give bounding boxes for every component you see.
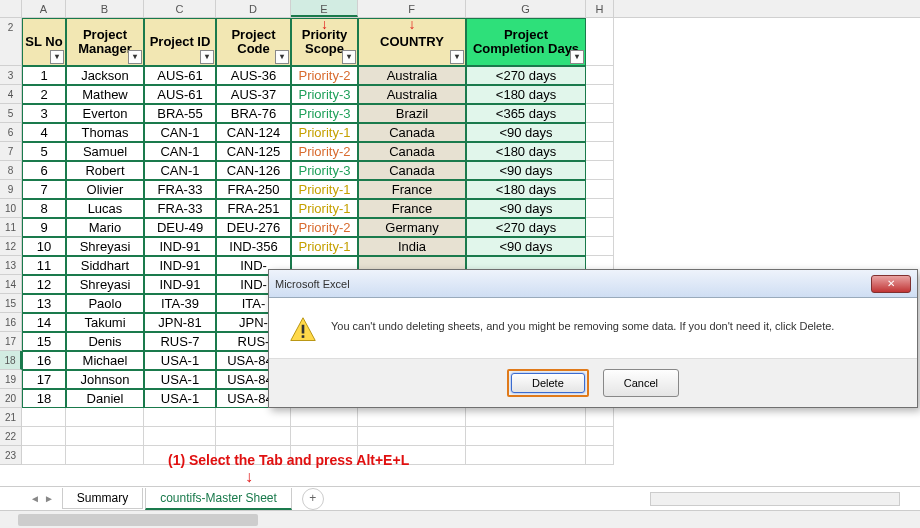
- cell[interactable]: CAN-126: [216, 161, 291, 180]
- cell[interactable]: FRA-251: [216, 199, 291, 218]
- cell[interactable]: <180 days: [466, 142, 586, 161]
- cell[interactable]: [586, 446, 614, 465]
- cell[interactable]: Canada: [358, 123, 466, 142]
- cell[interactable]: AUS-61: [144, 85, 216, 104]
- cell[interactable]: <90 days: [466, 161, 586, 180]
- cell[interactable]: 2: [22, 85, 66, 104]
- cell[interactable]: RUS-7: [144, 332, 216, 351]
- cell[interactable]: CAN-124: [216, 123, 291, 142]
- cell[interactable]: <90 days: [466, 237, 586, 256]
- select-all-corner[interactable]: [0, 0, 22, 17]
- cell[interactable]: Michael: [66, 351, 144, 370]
- cell[interactable]: [586, 218, 614, 237]
- cell[interactable]: [586, 427, 614, 446]
- cell[interactable]: Priority-1: [291, 123, 358, 142]
- filter-button[interactable]: ▾: [275, 50, 289, 64]
- row-header[interactable]: 20: [0, 389, 22, 408]
- cell[interactable]: [586, 85, 614, 104]
- cell[interactable]: Germany: [358, 218, 466, 237]
- row-header[interactable]: 22: [0, 427, 22, 446]
- cell[interactable]: <180 days: [466, 180, 586, 199]
- tab-nav-next-icon[interactable]: ►: [44, 493, 54, 504]
- sheet-tab-countifs-master[interactable]: countifs-Master Sheet: [145, 488, 292, 510]
- cell[interactable]: Robert: [66, 161, 144, 180]
- cell[interactable]: [586, 142, 614, 161]
- cell[interactable]: <180 days: [466, 85, 586, 104]
- cell[interactable]: IND-91: [144, 275, 216, 294]
- row-header[interactable]: 11: [0, 218, 22, 237]
- cell[interactable]: Priority-3: [291, 104, 358, 123]
- col-header-G[interactable]: G: [466, 0, 586, 17]
- row-header[interactable]: 21: [0, 408, 22, 427]
- cell[interactable]: <365 days: [466, 104, 586, 123]
- cell[interactable]: [22, 408, 66, 427]
- cell[interactable]: Priority-1: [291, 180, 358, 199]
- row-header[interactable]: 18: [0, 351, 22, 370]
- filter-button[interactable]: ▾: [570, 50, 584, 64]
- row-header[interactable]: 13: [0, 256, 22, 275]
- cell[interactable]: 9: [22, 218, 66, 237]
- cell[interactable]: 12: [22, 275, 66, 294]
- cell[interactable]: IND-91: [144, 256, 216, 275]
- cell[interactable]: IND-356: [216, 237, 291, 256]
- cell[interactable]: Priority-2: [291, 66, 358, 85]
- cell[interactable]: Priority-2: [291, 218, 358, 237]
- sheet-tab-summary[interactable]: Summary: [62, 488, 143, 509]
- row-header[interactable]: 17: [0, 332, 22, 351]
- cell[interactable]: 10: [22, 237, 66, 256]
- filter-button[interactable]: ▾: [50, 50, 64, 64]
- cell[interactable]: USA-1: [144, 370, 216, 389]
- cell[interactable]: AUS-37: [216, 85, 291, 104]
- cell[interactable]: [586, 104, 614, 123]
- cell[interactable]: Canada: [358, 142, 466, 161]
- cell[interactable]: 7: [22, 180, 66, 199]
- cell[interactable]: 8: [22, 199, 66, 218]
- cell[interactable]: France: [358, 199, 466, 218]
- cell[interactable]: AUS-36: [216, 66, 291, 85]
- filter-button[interactable]: ▾: [450, 50, 464, 64]
- delete-button[interactable]: Delete: [511, 373, 585, 393]
- cell[interactable]: DEU-49: [144, 218, 216, 237]
- cell[interactable]: [586, 180, 614, 199]
- cell[interactable]: 13: [22, 294, 66, 313]
- row-header[interactable]: 15: [0, 294, 22, 313]
- cell[interactable]: Priority-3: [291, 85, 358, 104]
- cell[interactable]: Priority-1: [291, 237, 358, 256]
- cell-empty[interactable]: [586, 18, 614, 66]
- table-header-F[interactable]: COUNTRY▾↓: [358, 18, 466, 66]
- cell[interactable]: CAN-125: [216, 142, 291, 161]
- col-header-D[interactable]: D: [216, 0, 291, 17]
- cell[interactable]: 5: [22, 142, 66, 161]
- cell[interactable]: Olivier: [66, 180, 144, 199]
- row-header[interactable]: 4: [0, 85, 22, 104]
- cell[interactable]: DEU-276: [216, 218, 291, 237]
- cell[interactable]: [466, 408, 586, 427]
- cell[interactable]: Shreyasi: [66, 237, 144, 256]
- row-header[interactable]: 3: [0, 66, 22, 85]
- filter-button[interactable]: ▾: [128, 50, 142, 64]
- cell[interactable]: <90 days: [466, 123, 586, 142]
- table-header-D[interactable]: Project Code▾: [216, 18, 291, 66]
- col-header-C[interactable]: C: [144, 0, 216, 17]
- row-header[interactable]: 23: [0, 446, 22, 465]
- cell[interactable]: 1: [22, 66, 66, 85]
- cell[interactable]: CAN-1: [144, 123, 216, 142]
- filter-button[interactable]: ▾: [342, 50, 356, 64]
- cell[interactable]: [22, 446, 66, 465]
- cell[interactable]: France: [358, 180, 466, 199]
- cell[interactable]: <270 days: [466, 66, 586, 85]
- cell[interactable]: Canada: [358, 161, 466, 180]
- table-header-A[interactable]: SL No▾: [22, 18, 66, 66]
- cell[interactable]: Takumi: [66, 313, 144, 332]
- row-header[interactable]: 9: [0, 180, 22, 199]
- cell[interactable]: [291, 427, 358, 446]
- cell[interactable]: 17: [22, 370, 66, 389]
- tab-nav-buttons[interactable]: ◄ ►: [30, 493, 54, 504]
- row-header[interactable]: 6: [0, 123, 22, 142]
- col-header-F[interactable]: F: [358, 0, 466, 17]
- cell[interactable]: 14: [22, 313, 66, 332]
- cell[interactable]: [22, 427, 66, 446]
- row-header[interactable]: 14: [0, 275, 22, 294]
- cell[interactable]: <270 days: [466, 218, 586, 237]
- cell[interactable]: IND-91: [144, 237, 216, 256]
